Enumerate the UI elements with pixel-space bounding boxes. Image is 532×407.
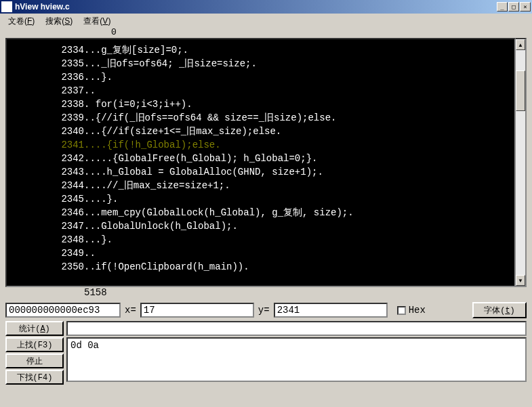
line-number: 2334 <box>12 43 84 57</box>
line-text: ..if(!OpenClipboard(h_main)). <box>84 260 514 274</box>
line-text: ...{//if(size+1<=_旧max_size);else. <box>84 125 514 138</box>
x-field[interactable] <box>140 303 254 318</box>
scroll-track[interactable] <box>516 50 525 275</box>
code-line: 2340...{//if(size+1<=_旧max_size);else. <box>12 125 514 138</box>
find-down-button[interactable]: 下找(F4) <box>5 370 64 385</box>
maximize-button[interactable]: □ <box>508 2 519 12</box>
x-label: x= <box>123 305 138 316</box>
total-lines: 5158 <box>0 287 532 299</box>
code-line: 2346...mem_cpy(GlobalLock(h_Global), g_复… <box>12 206 514 219</box>
line-number: 2348 <box>12 233 84 247</box>
line-text: ....}. <box>84 192 514 206</box>
line-text: ...}. <box>84 70 514 84</box>
code-line: 2334...g_复制[size]=0;. <box>12 43 514 57</box>
line-number: 2335 <box>12 57 84 70</box>
line-text: ...mem_cpy(GlobalLock(h_Global), g_复制, s… <box>84 206 514 219</box>
line-number: 2347 <box>12 219 84 233</box>
vertical-scrollbar[interactable]: ▲ ▼ <box>516 38 527 287</box>
address-field[interactable] <box>5 303 121 318</box>
line-number: 2342 <box>12 152 84 165</box>
line-number: 2350 <box>12 260 84 274</box>
line-text: ....{if(!h_Global);else. <box>84 138 514 152</box>
line-number: 2338 <box>12 98 84 111</box>
line-number: 2345 <box>12 192 84 206</box>
close-button[interactable]: × <box>520 2 531 12</box>
y-field[interactable] <box>274 303 388 318</box>
line-text: ..{//if(_旧ofs==ofs64 && size==_旧size);el… <box>84 111 514 125</box>
scroll-down-button[interactable]: ▼ <box>516 275 525 286</box>
line-number: 2340 <box>12 125 84 138</box>
ruler: 0 <box>0 27 532 38</box>
code-editor[interactable]: 2334...g_复制[size]=0;.2335..._旧ofs=ofs64;… <box>5 38 516 287</box>
status-field[interactable] <box>66 321 527 336</box>
font-button[interactable]: 字体(t) <box>472 302 527 318</box>
line-text: ...g_复制[size]=0;. <box>84 43 514 57</box>
minimize-button[interactable]: _ <box>497 2 508 12</box>
menu-file[interactable]: 文卷(F) <box>3 15 40 26</box>
code-line: 2345....}. <box>12 192 514 206</box>
line-text: ....h_Global = GlobalAlloc(GHND, size+1)… <box>84 165 514 179</box>
scroll-up-button[interactable]: ▲ <box>516 39 525 50</box>
hex-label: Hex <box>409 305 426 316</box>
line-text: .. <box>84 84 514 98</box>
line-number: 2339 <box>12 111 84 125</box>
code-line: 2350..if(!OpenClipboard(h_main)). <box>12 260 514 274</box>
code-line: 2348...}. <box>12 233 514 247</box>
code-line: 2338. for(i=0;i<3;i++). <box>12 98 514 111</box>
code-line: 2336...}. <box>12 70 514 84</box>
line-text: ...}. <box>84 233 514 247</box>
code-line: 2339..{//if(_旧ofs==ofs64 && size==_旧size… <box>12 111 514 125</box>
code-line: 2343....h_Global = GlobalAlloc(GHND, siz… <box>12 165 514 179</box>
line-text: . for(i=0;i<3;i++). <box>84 98 514 111</box>
code-line: 2347...GlobalUnlock(h_Global);. <box>12 219 514 233</box>
app-icon: ▦ <box>1 1 12 12</box>
line-text: .....{GlobalFree(h_Global); h_Global=0;}… <box>84 152 514 165</box>
line-text: ...GlobalUnlock(h_Global);. <box>84 219 514 233</box>
y-label: y= <box>257 305 271 316</box>
code-line: 2341....{if(!h_Global);else. <box>12 138 514 152</box>
titlebar[interactable]: ▦ hView hview.c _ □ × <box>0 0 532 14</box>
window-title: hView hview.c <box>15 2 497 12</box>
search-text-field[interactable]: 0d 0a <box>66 337 527 382</box>
code-line: 2349.. <box>12 247 514 260</box>
menu-search[interactable]: 搜索(S) <box>40 15 78 26</box>
line-number: 2346 <box>12 206 84 219</box>
stop-button[interactable]: 停止 <box>5 354 64 368</box>
line-number: 2349 <box>12 247 84 260</box>
line-number: 2341 <box>12 138 84 152</box>
stats-button[interactable]: 统计(A) <box>5 321 64 336</box>
code-line: 2337.. <box>12 84 514 98</box>
line-number: 2336 <box>12 70 84 84</box>
code-line: 2344....//_旧max_size=size+1;. <box>12 179 514 192</box>
code-line: 2335..._旧ofs=ofs64; _旧size=size;. <box>12 57 514 70</box>
code-line: 2342.....{GlobalFree(h_Global); h_Global… <box>12 152 514 165</box>
line-text: ....//_旧max_size=size+1;. <box>84 179 514 192</box>
line-text: ..._旧ofs=ofs64; _旧size=size;. <box>84 57 514 70</box>
line-number: 2337 <box>12 84 84 98</box>
hex-checkbox[interactable] <box>397 306 406 315</box>
line-number: 2344 <box>12 179 84 192</box>
scroll-thumb[interactable] <box>516 70 525 111</box>
menu-view[interactable]: 查看(V) <box>78 15 116 26</box>
line-text: .. <box>84 247 514 260</box>
line-number: 2343 <box>12 165 84 179</box>
find-up-button[interactable]: 上找(F3) <box>5 337 64 352</box>
menubar: 文卷(F) 搜索(S) 查看(V) <box>0 14 532 27</box>
